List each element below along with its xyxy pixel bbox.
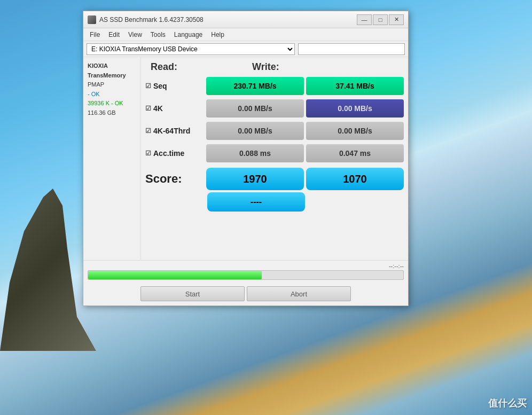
menu-help[interactable]: Help xyxy=(207,30,229,40)
seq-write-cell: 37.41 MB/s xyxy=(306,77,404,95)
4k-read-cell: 0.00 MB/s xyxy=(206,99,304,118)
drive-area: E: KIOXIA TransMemory USB Device xyxy=(83,41,408,57)
menu-edit[interactable]: Edit xyxy=(104,30,124,40)
status1: - OK xyxy=(88,90,136,99)
4k64-checkbox[interactable]: ☑ xyxy=(145,127,151,135)
acctime-label: ☑ Acc.time xyxy=(145,149,204,158)
acctime-write-cell: 0.047 ms xyxy=(306,144,404,162)
4k-label: ☑ 4K xyxy=(145,104,204,113)
close-button[interactable]: ✕ xyxy=(389,14,404,25)
seq-text: Seq xyxy=(153,82,167,90)
score-read-cell: 1970 xyxy=(206,168,304,190)
progress-bar-fill xyxy=(88,271,262,279)
acctime-text: Acc.time xyxy=(153,149,184,158)
score-area: Score: 1970 1070 xyxy=(145,168,404,190)
minimize-button[interactable]: — xyxy=(357,14,372,25)
menu-bar: File Edit View Tools Language Help xyxy=(83,28,408,41)
maximize-button[interactable]: □ xyxy=(373,14,388,25)
drive-input xyxy=(298,43,405,55)
title-bar: AS SSD Benchmark 1.6.4237.30508 — □ ✕ xyxy=(83,11,408,28)
device-size: 116.36 GB xyxy=(88,108,136,118)
4k64-text: 4K-64Thrd xyxy=(153,127,190,135)
table-row: ☑ Acc.time 0.088 ms 0.047 ms xyxy=(145,143,404,163)
pmap-label: PMAP xyxy=(88,80,136,90)
seq-label: ☑ Seq xyxy=(145,82,204,90)
bench-headers: Read: Write: xyxy=(145,61,404,73)
4k-write-cell: 0.00 MB/s xyxy=(306,99,404,118)
table-row: ☑ 4K-64Thrd 0.00 MB/s 0.00 MB/s xyxy=(145,121,404,141)
window-title: AS SSD Benchmark 1.6.4237.30508 xyxy=(99,16,354,24)
progress-bar-background xyxy=(88,270,404,280)
bench-panel: Read: Write: ☑ Seq 230.71 MB/s 37.41 MB/… xyxy=(141,57,408,260)
abort-button[interactable]: Abort xyxy=(247,286,351,301)
score-label: Score: xyxy=(145,172,204,186)
progress-area: --:--:-- xyxy=(83,260,408,282)
4k64-label: ☑ 4K-64Thrd xyxy=(145,127,204,135)
app-window: AS SSD Benchmark 1.6.4237.30508 — □ ✕ Fi… xyxy=(83,11,409,306)
drive-selector[interactable]: E: KIOXIA TransMemory USB Device xyxy=(87,43,295,55)
status2: 39936 K - OK xyxy=(88,99,136,108)
app-icon xyxy=(88,15,96,24)
acctime-read-cell: 0.088 ms xyxy=(206,144,304,162)
menu-view[interactable]: View xyxy=(124,30,146,40)
table-row: ☑ 4K 0.00 MB/s 0.00 MB/s xyxy=(145,98,404,119)
menu-language[interactable]: Language xyxy=(170,30,207,40)
table-row: ☑ Seq 230.71 MB/s 37.41 MB/s xyxy=(145,76,404,96)
seq-read-cell: 230.71 MB/s xyxy=(206,77,304,95)
seq-checkbox[interactable]: ☑ xyxy=(145,82,151,90)
read-header: Read: xyxy=(151,61,252,73)
timer-value: --:--:-- xyxy=(389,263,404,269)
acctime-checkbox[interactable]: ☑ xyxy=(145,150,151,157)
score-total-row: ---- xyxy=(145,192,404,212)
info-panel: KIOXIA TransMemory PMAP - OK 39936 K - O… xyxy=(83,57,141,260)
buttons-area: Start Abort xyxy=(83,282,408,306)
4k64-read-cell: 0.00 MB/s xyxy=(206,122,304,140)
timer-row: --:--:-- xyxy=(88,263,404,269)
title-bar-controls: — □ ✕ xyxy=(357,14,404,25)
start-button[interactable]: Start xyxy=(140,286,245,301)
score-total-cell: ---- xyxy=(207,192,305,212)
main-content: KIOXIA TransMemory PMAP - OK 39936 K - O… xyxy=(83,57,408,260)
score-write-cell: 1070 xyxy=(306,168,404,190)
4k-text: 4K xyxy=(153,104,163,113)
menu-file[interactable]: File xyxy=(85,30,104,40)
menu-tools[interactable]: Tools xyxy=(146,30,170,40)
bench-rows: ☑ Seq 230.71 MB/s 37.41 MB/s ☑ 4K 0.00 M… xyxy=(145,76,404,163)
write-header: Write: xyxy=(252,61,354,73)
device-name: KIOXIA TransMemory xyxy=(88,61,136,80)
4k64-write-cell: 0.00 MB/s xyxy=(306,122,404,140)
4k-checkbox[interactable]: ☑ xyxy=(145,105,151,112)
watermark: 值什么买 xyxy=(488,397,527,410)
